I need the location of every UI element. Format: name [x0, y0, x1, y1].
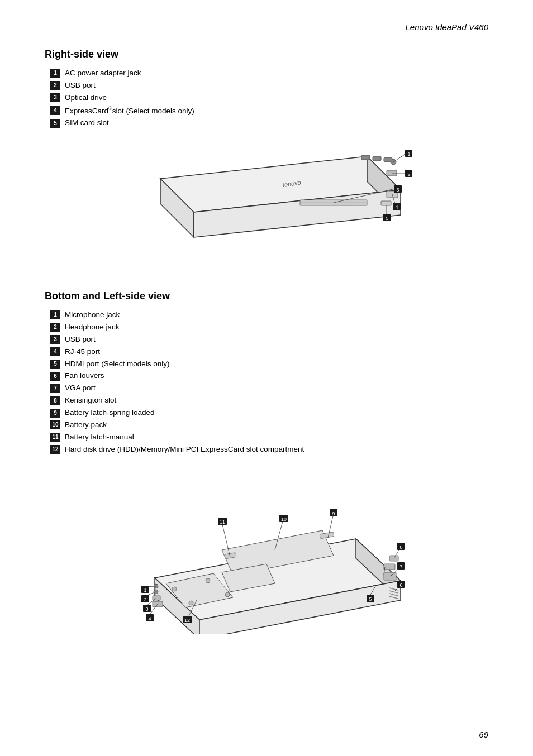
- list-item: 3 Optical drive: [50, 93, 488, 103]
- item-text: ExpressCard®slot (Select models only): [65, 105, 194, 116]
- list-item: 6 Fan louvers: [50, 371, 488, 381]
- svg-text:3: 3: [396, 187, 399, 193]
- item-badge: 8: [50, 396, 60, 405]
- item-text: AC power adapter jack: [65, 68, 141, 79]
- item-badge: 4: [50, 347, 60, 356]
- item-text: USB port: [65, 80, 96, 91]
- svg-text:10: 10: [281, 516, 287, 522]
- item-text: RJ-45 port: [65, 347, 100, 357]
- item-text: Fan louvers: [65, 371, 104, 381]
- item-text: USB port: [65, 334, 96, 345]
- list-item: 9 Battery latch-spring loaded: [50, 408, 488, 418]
- item-text: SIM card slot: [65, 118, 109, 128]
- item-text: Battery latch-manual: [65, 432, 134, 443]
- list-item: 4 RJ-45 port: [50, 347, 488, 357]
- list-item: 7 VGA port: [50, 383, 488, 394]
- svg-point-39: [189, 601, 193, 605]
- list-item: 1 Microphone jack: [50, 310, 488, 320]
- item-badge: 3: [50, 93, 60, 102]
- right-side-diagram: lenovo: [45, 140, 488, 274]
- item-badge: 7: [50, 384, 60, 393]
- svg-text:5: 5: [369, 596, 372, 602]
- page-number: 69: [479, 730, 488, 739]
- item-badge: 5: [50, 360, 60, 369]
- svg-point-40: [225, 592, 230, 597]
- bottom-left-list: 1 Microphone jack 2 Headphone jack 3 USB…: [50, 310, 488, 455]
- item-text: Hard disk drive (HDD)/Memory/Mini PCI Ex…: [65, 444, 304, 455]
- right-side-section: Right-side view 1 AC power adapter jack …: [45, 49, 488, 274]
- item-badge: 6: [50, 372, 60, 381]
- svg-point-38: [206, 578, 210, 583]
- svg-rect-50: [384, 572, 396, 580]
- svg-rect-6: [373, 156, 381, 161]
- page: Lenovo IdeaPad V460 Right-side view 1 AC…: [0, 0, 533, 756]
- item-badge: 5: [50, 119, 60, 128]
- item-badge: 3: [50, 335, 60, 344]
- svg-text:4: 4: [395, 204, 398, 210]
- item-badge: 12: [50, 445, 60, 454]
- svg-rect-51: [384, 564, 395, 570]
- svg-point-37: [172, 587, 177, 591]
- item-text: Headphone jack: [65, 322, 120, 333]
- item-text: Kensington slot: [65, 395, 116, 406]
- svg-text:12: 12: [184, 618, 190, 623]
- right-side-title: Right-side view: [45, 49, 488, 60]
- item-badge: 10: [50, 420, 60, 429]
- item-text: VGA port: [65, 383, 96, 394]
- svg-text:5: 5: [386, 216, 388, 221]
- svg-text:9: 9: [332, 511, 335, 516]
- list-item: 5 HDMI port (Select models only): [50, 359, 488, 370]
- bottom-left-title: Bottom and Left-side view: [45, 290, 488, 302]
- svg-text:1: 1: [407, 151, 410, 157]
- right-side-list: 1 AC power adapter jack 2 USB port 3 Opt…: [50, 68, 488, 128]
- item-badge: 11: [50, 433, 60, 442]
- bottom-left-diagram: 11 10 9 8 7: [45, 466, 488, 634]
- item-text: Optical drive: [65, 93, 107, 103]
- list-item: 4 ExpressCard®slot (Select models only): [50, 105, 488, 116]
- item-text: Microphone jack: [65, 310, 120, 320]
- list-item: 10 Battery pack: [50, 420, 488, 430]
- bottom-left-svg: 11 10 9 8 7: [104, 466, 429, 634]
- svg-text:8: 8: [399, 544, 402, 550]
- list-item: 2 Headphone jack: [50, 322, 488, 333]
- bottom-left-section: Bottom and Left-side view 1 Microphone j…: [45, 290, 488, 634]
- svg-rect-13: [381, 201, 391, 205]
- svg-rect-5: [361, 155, 370, 160]
- list-item: 5 SIM card slot: [50, 118, 488, 128]
- item-text: Battery pack: [65, 420, 107, 430]
- header-title: Lenovo IdeaPad V460: [45, 22, 488, 32]
- list-item: 12 Hard disk drive (HDD)/Memory/Mini PCI…: [50, 444, 488, 455]
- item-text: Battery latch-spring loaded: [65, 408, 155, 418]
- svg-text:6: 6: [399, 582, 402, 588]
- item-text: HDMI port (Select models only): [65, 359, 170, 370]
- svg-text:3: 3: [145, 606, 148, 612]
- svg-text:1: 1: [144, 587, 146, 593]
- svg-line-14: [393, 154, 406, 162]
- list-item: 8 Kensington slot: [50, 395, 488, 406]
- item-badge: 1: [50, 69, 60, 78]
- item-badge: 9: [50, 409, 60, 418]
- svg-text:7: 7: [399, 564, 402, 570]
- right-side-svg: lenovo: [121, 140, 412, 274]
- item-badge: 1: [50, 310, 60, 319]
- item-badge: 2: [50, 323, 60, 332]
- list-item: 3 USB port: [50, 334, 488, 345]
- item-badge: 2: [50, 81, 60, 90]
- list-item: 1 AC power adapter jack: [50, 68, 488, 79]
- item-badge: 4: [50, 106, 60, 115]
- list-item: 2 USB port: [50, 80, 488, 91]
- svg-text:4: 4: [148, 616, 151, 621]
- svg-text:2: 2: [407, 171, 410, 177]
- svg-text:11: 11: [220, 519, 225, 525]
- list-item: 11 Battery latch-manual: [50, 432, 488, 443]
- svg-text:2: 2: [144, 597, 146, 602]
